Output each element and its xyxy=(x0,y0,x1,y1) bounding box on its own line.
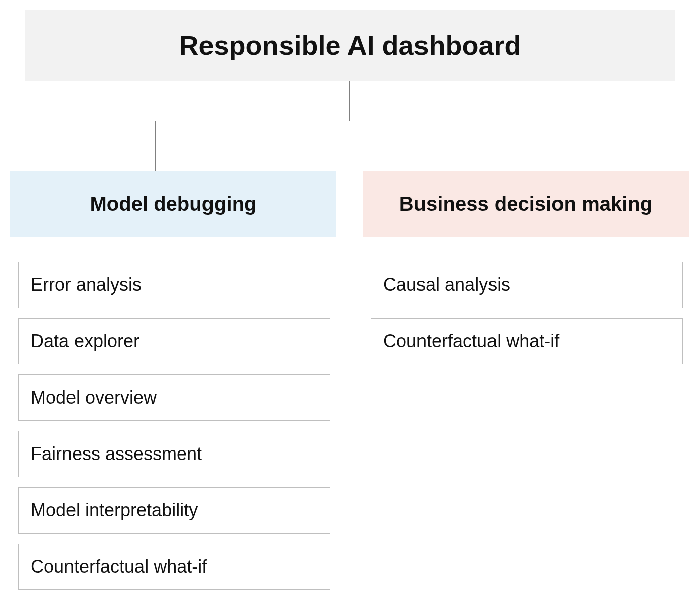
item-label: Error analysis xyxy=(31,274,142,295)
item-model-interpretability: Model interpretability xyxy=(18,487,330,534)
branch-right-title: Business decision making xyxy=(399,193,652,215)
branch-left-title: Model debugging xyxy=(90,193,256,215)
item-label: Model overview xyxy=(31,387,157,408)
item-error-analysis: Error analysis xyxy=(18,262,330,308)
item-label: Counterfactual what-if xyxy=(31,556,207,577)
connector-horizontal xyxy=(155,121,548,121)
root-title: Responsible AI dashboard xyxy=(179,30,521,61)
item-counterfactual-what-if-left: Counterfactual what-if xyxy=(18,544,330,590)
root-node: Responsible AI dashboard xyxy=(25,10,675,81)
item-causal-analysis: Causal analysis xyxy=(371,262,683,308)
item-label: Fairness assessment xyxy=(31,443,202,465)
branch-business-decision-making: Business decision making xyxy=(363,171,689,237)
item-model-overview: Model overview xyxy=(18,374,330,421)
connector-left-vertical xyxy=(155,121,156,171)
branch-model-debugging: Model debugging xyxy=(10,171,336,237)
item-label: Counterfactual what-if xyxy=(383,331,559,352)
diagram-canvas: Responsible AI dashboard Model debugging… xyxy=(0,0,700,603)
item-counterfactual-what-if-right: Counterfactual what-if xyxy=(371,318,683,364)
connector-right-vertical xyxy=(548,121,548,171)
connector-root-vertical xyxy=(349,81,350,121)
item-label: Causal analysis xyxy=(383,274,510,295)
item-data-explorer: Data explorer xyxy=(18,318,330,364)
item-fairness-assessment: Fairness assessment xyxy=(18,431,330,477)
item-label: Model interpretability xyxy=(31,500,198,521)
item-label: Data explorer xyxy=(31,331,139,352)
